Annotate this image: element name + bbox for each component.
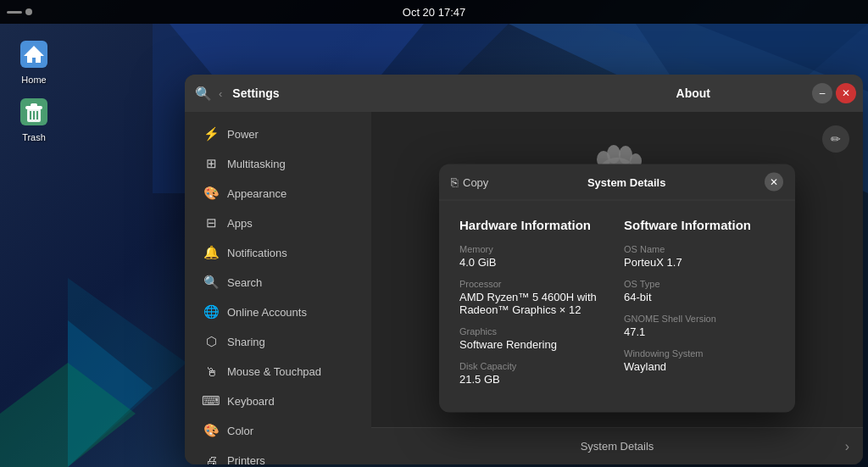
search-icon: 🔍 [195,86,212,102]
trash-icon[interactable]: Trash [7,92,61,146]
system-details-popup: ⎘ Copy System Details ✕ Hardware Informa… [439,164,795,413]
os-name-value: PorteuX 1.7 [624,256,775,269]
svg-marker-6 [68,278,186,467]
hardware-column: Hardware Information Memory 4.0 GiB Proc… [459,218,610,396]
appearance-icon: 🎨 [203,186,219,201]
memory-field: Memory 4.0 GiB [459,244,610,269]
sidebar-item-power[interactable]: ⚡ Power [190,120,366,148]
sharing-icon: ⬡ [203,334,219,349]
windowing-field: Windowing System Wayland [624,348,775,373]
gnome-shell-field: GNOME Shell Version 47.1 [624,314,775,338]
sidebar-item-keyboard[interactable]: ⌨ Keyboard [190,386,366,415]
sidebar-label-appearance: Appearance [227,187,287,200]
multitasking-icon: ⊞ [203,156,219,171]
sidebar-item-printers[interactable]: 🖨 Printers [190,446,366,464]
sidebar-item-notifications[interactable]: 🔔 Notifications [190,238,366,267]
windowing-label: Windowing System [624,348,775,359]
disk-value: 21.5 GB [459,373,610,386]
svg-marker-8 [0,363,136,467]
close-button[interactable]: ✕ [836,83,856,103]
sidebar-item-appearance[interactable]: 🎨 Appearance [190,179,366,208]
sidebar-label-power: Power [227,128,259,141]
os-name-label: OS Name [624,244,775,254]
memory-label: Memory [459,244,610,254]
graphics-field: Graphics Software Rendering [459,326,610,351]
sidebar-label-online-accounts: Online Accounts [227,306,307,319]
chevron-right-icon: › [845,439,849,454]
processor-value: AMD Ryzen™ 5 4600H with Radeon™ Graphics… [459,291,610,316]
svg-rect-14 [31,103,37,107]
home-label: Home [21,75,46,85]
settings-window: 🔍 ‹ Settings About – ✕ ⚡ Power ⊞ Mul [185,75,863,464]
about-title: About [676,86,710,100]
memory-value: 4.0 GiB [459,256,610,269]
gnome-shell-label: GNOME Shell Version [624,314,775,324]
sidebar-item-sharing[interactable]: ⬡ Sharing [190,327,366,356]
trash-svg [19,97,49,127]
sidebar-label-notifications: Notifications [227,247,287,259]
settings-titlebar: 🔍 ‹ Settings About – ✕ [185,75,863,112]
edit-button[interactable]: ✏ [822,125,849,153]
sidebar-label-keyboard: Keyboard [227,395,275,408]
sidebar-label-multitasking: Multitasking [227,158,286,170]
online-accounts-icon: 🌐 [203,304,219,320]
popup-body: Hardware Information Memory 4.0 GiB Proc… [439,201,795,413]
disk-field: Disk Capacity 21.5 GB [459,361,610,386]
home-icon-image [17,37,51,71]
trash-icon-image [17,95,51,129]
sidebar-label-printers: Printers [227,454,265,465]
home-icon[interactable]: Home [7,34,61,88]
sidebar-label-sharing: Sharing [227,336,265,348]
taskbar-indicator [7,11,22,14]
system-details-row[interactable]: System Details › [371,427,863,464]
sidebar-item-apps[interactable]: ⊟ Apps [190,208,366,237]
sidebar-label-apps: Apps [227,217,253,230]
desktop: Oct 20 17:47 Home Trash [0,0,868,467]
popup-header: ⎘ Copy System Details ✕ [439,164,795,201]
taskbar: Oct 20 17:47 [0,0,868,24]
processor-label: Processor [459,279,610,289]
sidebar-label-color: Color [227,425,253,437]
mouse-icon: 🖱 [203,364,219,379]
sidebar-label-search: Search [227,276,262,289]
copy-button[interactable]: ⎘ Copy [451,175,488,189]
printers-icon: 🖨 [203,453,219,464]
apps-icon: ⊟ [203,215,219,231]
back-icon[interactable]: ‹ [219,87,222,100]
sidebar-item-search[interactable]: 🔍 Search [190,268,366,297]
copy-label: Copy [463,175,488,188]
taskbar-dot [25,8,32,15]
trash-label: Trash [22,132,46,142]
search-sidebar-icon: 🔍 [203,275,219,290]
svg-marker-7 [68,320,153,467]
settings-sidebar: ⚡ Power ⊞ Multitasking 🎨 Appearance ⊟ Ap… [185,112,371,464]
settings-title: Settings [232,86,279,100]
notifications-icon: 🔔 [203,245,219,260]
settings-main: ✏ System Details › ⎘ Copy System D [371,112,863,464]
minimize-button[interactable]: – [812,83,832,103]
graphics-label: Graphics [459,326,610,336]
power-icon: ⚡ [203,126,219,142]
software-title: Software Information [624,218,775,232]
taskbar-time: Oct 20 17:47 [403,6,465,19]
graphics-value: Software Rendering [459,338,610,351]
copy-icon: ⎘ [451,175,458,189]
disk-label: Disk Capacity [459,361,610,371]
keyboard-icon: ⌨ [203,393,219,409]
sidebar-item-color[interactable]: 🎨 Color [190,416,366,445]
titlebar-left: 🔍 ‹ Settings [195,86,381,102]
sidebar-item-online-accounts[interactable]: 🌐 Online Accounts [190,297,366,326]
popup-title: System Details [495,175,758,188]
os-type-field: OS Type 64-bit [624,279,775,303]
popup-close-button[interactable]: ✕ [765,173,783,192]
gnome-shell-value: 47.1 [624,325,775,338]
home-svg [19,39,49,69]
sidebar-item-mouse-touchpad[interactable]: 🖱 Mouse & Touchpad [190,357,366,386]
os-name-field: OS Name PorteuX 1.7 [624,244,775,269]
sidebar-label-mouse: Mouse & Touchpad [227,365,321,378]
windowing-value: Wayland [624,360,775,373]
settings-body: ⚡ Power ⊞ Multitasking 🎨 Appearance ⊟ Ap… [185,112,863,464]
sidebar-item-multitasking[interactable]: ⊞ Multitasking [190,149,366,178]
os-type-value: 64-bit [624,291,775,303]
taskbar-left [7,8,32,15]
